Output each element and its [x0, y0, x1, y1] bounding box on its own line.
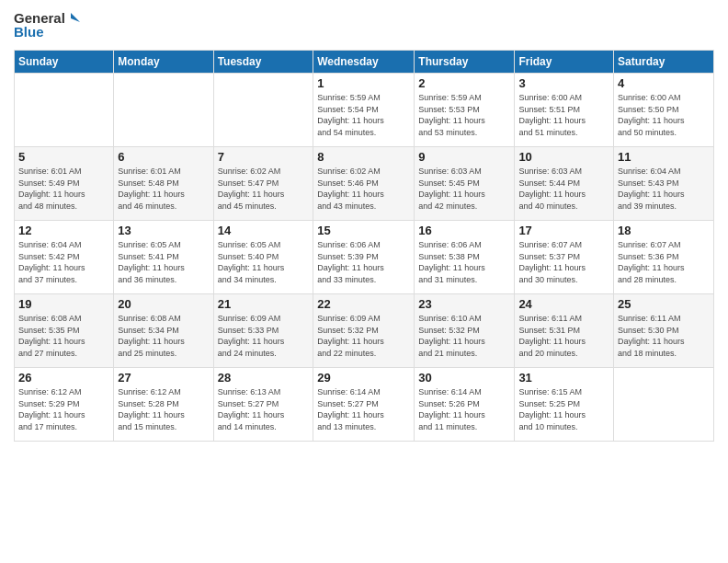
day-info: Sunrise: 6:04 AM Sunset: 5:42 PM Dayligh…	[18, 239, 109, 285]
weekday-header-thursday: Thursday	[415, 51, 515, 74]
day-number: 20	[118, 297, 209, 311]
calendar-cell: 17Sunrise: 6:07 AM Sunset: 5:37 PM Dayli…	[515, 221, 614, 294]
day-info: Sunrise: 6:15 AM Sunset: 5:25 PM Dayligh…	[518, 386, 609, 432]
day-info: Sunrise: 6:05 AM Sunset: 5:40 PM Dayligh…	[218, 239, 310, 285]
day-info: Sunrise: 6:07 AM Sunset: 5:37 PM Dayligh…	[518, 239, 609, 285]
day-info: Sunrise: 6:14 AM Sunset: 5:27 PM Dayligh…	[317, 386, 410, 432]
calendar: SundayMondayTuesdayWednesdayThursdayFrid…	[14, 50, 714, 442]
calendar-cell: 22Sunrise: 6:09 AM Sunset: 5:32 PM Dayli…	[313, 294, 415, 368]
day-number: 10	[518, 150, 609, 164]
day-info: Sunrise: 6:12 AM Sunset: 5:28 PM Dayligh…	[118, 386, 209, 432]
calendar-cell: 7Sunrise: 6:02 AM Sunset: 5:47 PM Daylig…	[213, 147, 313, 221]
day-info: Sunrise: 6:02 AM Sunset: 5:46 PM Dayligh…	[317, 166, 410, 212]
calendar-cell: 13Sunrise: 6:05 AM Sunset: 5:41 PM Dayli…	[114, 221, 213, 294]
calendar-cell: 29Sunrise: 6:14 AM Sunset: 5:27 PM Dayli…	[313, 368, 415, 442]
day-number: 12	[18, 224, 109, 237]
calendar-cell: 10Sunrise: 6:03 AM Sunset: 5:44 PM Dayli…	[515, 147, 614, 221]
day-info: Sunrise: 5:59 AM Sunset: 5:53 PM Dayligh…	[418, 92, 510, 138]
calendar-cell	[614, 368, 714, 442]
logo: GeneralBlue	[14, 9, 87, 42]
day-number: 15	[317, 224, 410, 237]
calendar-cell	[213, 74, 313, 147]
calendar-cell: 27Sunrise: 6:12 AM Sunset: 5:28 PM Dayli…	[114, 368, 213, 442]
day-number: 13	[118, 224, 209, 237]
calendar-cell: 31Sunrise: 6:15 AM Sunset: 5:25 PM Dayli…	[515, 368, 614, 442]
day-number: 17	[518, 224, 609, 237]
calendar-cell: 18Sunrise: 6:07 AM Sunset: 5:36 PM Dayli…	[614, 221, 714, 294]
calendar-cell: 8Sunrise: 6:02 AM Sunset: 5:46 PM Daylig…	[313, 147, 415, 221]
day-number: 4	[618, 76, 710, 90]
calendar-cell: 5Sunrise: 6:01 AM Sunset: 5:49 PM Daylig…	[15, 147, 114, 221]
weekday-header-friday: Friday	[515, 51, 614, 74]
day-number: 28	[218, 371, 310, 385]
day-info: Sunrise: 6:14 AM Sunset: 5:26 PM Dayligh…	[418, 386, 510, 432]
calendar-cell: 16Sunrise: 6:06 AM Sunset: 5:38 PM Dayli…	[415, 221, 515, 294]
week-row-3: 12Sunrise: 6:04 AM Sunset: 5:42 PM Dayli…	[15, 221, 714, 294]
day-info: Sunrise: 6:01 AM Sunset: 5:48 PM Dayligh…	[118, 166, 209, 212]
day-info: Sunrise: 6:05 AM Sunset: 5:41 PM Dayligh…	[118, 239, 209, 285]
day-number: 30	[418, 371, 510, 385]
page: GeneralBlue SundayMondayTuesdayWednesday…	[0, 0, 728, 563]
day-info: Sunrise: 6:02 AM Sunset: 5:47 PM Dayligh…	[218, 166, 310, 212]
week-row-2: 5Sunrise: 6:01 AM Sunset: 5:49 PM Daylig…	[15, 147, 714, 221]
day-info: Sunrise: 6:13 AM Sunset: 5:27 PM Dayligh…	[218, 386, 310, 432]
calendar-cell: 20Sunrise: 6:08 AM Sunset: 5:34 PM Dayli…	[114, 294, 213, 368]
day-number: 6	[118, 150, 209, 164]
calendar-cell: 14Sunrise: 6:05 AM Sunset: 5:40 PM Dayli…	[213, 221, 313, 294]
day-info: Sunrise: 6:12 AM Sunset: 5:29 PM Dayligh…	[18, 386, 109, 432]
calendar-cell: 9Sunrise: 6:03 AM Sunset: 5:45 PM Daylig…	[415, 147, 515, 221]
day-info: Sunrise: 6:08 AM Sunset: 5:35 PM Dayligh…	[18, 313, 109, 359]
day-number: 27	[118, 371, 209, 385]
weekday-header-monday: Monday	[114, 51, 213, 74]
day-number: 11	[618, 150, 710, 164]
calendar-cell: 2Sunrise: 5:59 AM Sunset: 5:53 PM Daylig…	[415, 74, 515, 147]
day-info: Sunrise: 6:11 AM Sunset: 5:31 PM Dayligh…	[518, 313, 609, 359]
calendar-cell: 28Sunrise: 6:13 AM Sunset: 5:27 PM Dayli…	[213, 368, 313, 442]
calendar-cell	[114, 74, 213, 147]
day-number: 5	[18, 150, 109, 164]
day-number: 18	[618, 224, 710, 237]
day-number: 19	[18, 297, 109, 311]
day-number: 23	[418, 297, 510, 311]
weekday-header-sunday: Sunday	[15, 51, 114, 74]
calendar-cell: 15Sunrise: 6:06 AM Sunset: 5:39 PM Dayli…	[313, 221, 415, 294]
day-info: Sunrise: 6:09 AM Sunset: 5:33 PM Dayligh…	[218, 313, 310, 359]
calendar-cell: 19Sunrise: 6:08 AM Sunset: 5:35 PM Dayli…	[15, 294, 114, 368]
calendar-cell: 24Sunrise: 6:11 AM Sunset: 5:31 PM Dayli…	[515, 294, 614, 368]
day-info: Sunrise: 6:00 AM Sunset: 5:50 PM Dayligh…	[618, 92, 710, 138]
day-number: 22	[317, 297, 410, 311]
day-info: Sunrise: 6:06 AM Sunset: 5:38 PM Dayligh…	[418, 239, 510, 285]
day-info: Sunrise: 6:07 AM Sunset: 5:36 PM Dayligh…	[618, 239, 710, 285]
calendar-cell: 26Sunrise: 6:12 AM Sunset: 5:29 PM Dayli…	[15, 368, 114, 442]
weekday-header-row: SundayMondayTuesdayWednesdayThursdayFrid…	[15, 51, 714, 74]
day-number: 25	[618, 297, 710, 311]
day-number: 1	[317, 76, 410, 90]
day-number: 24	[518, 297, 609, 311]
calendar-cell: 6Sunrise: 6:01 AM Sunset: 5:48 PM Daylig…	[114, 147, 213, 221]
day-number: 31	[518, 371, 609, 385]
week-row-5: 26Sunrise: 6:12 AM Sunset: 5:29 PM Dayli…	[15, 368, 714, 442]
week-row-1: 1Sunrise: 5:59 AM Sunset: 5:54 PM Daylig…	[15, 74, 714, 147]
day-number: 14	[218, 224, 310, 237]
calendar-cell: 3Sunrise: 6:00 AM Sunset: 5:51 PM Daylig…	[515, 74, 614, 147]
week-row-4: 19Sunrise: 6:08 AM Sunset: 5:35 PM Dayli…	[15, 294, 714, 368]
day-info: Sunrise: 6:03 AM Sunset: 5:44 PM Dayligh…	[518, 166, 609, 212]
day-number: 7	[218, 150, 310, 164]
day-number: 29	[317, 371, 410, 385]
day-info: Sunrise: 6:06 AM Sunset: 5:39 PM Dayligh…	[317, 239, 410, 285]
svg-marker-2	[71, 13, 80, 22]
calendar-cell: 4Sunrise: 6:00 AM Sunset: 5:50 PM Daylig…	[614, 74, 714, 147]
day-number: 26	[18, 371, 109, 385]
calendar-cell	[15, 74, 114, 147]
day-number: 16	[418, 224, 510, 237]
logo-icon: GeneralBlue	[14, 9, 87, 42]
calendar-cell: 11Sunrise: 6:04 AM Sunset: 5:43 PM Dayli…	[614, 147, 714, 221]
calendar-cell: 1Sunrise: 5:59 AM Sunset: 5:54 PM Daylig…	[313, 74, 415, 147]
calendar-cell: 21Sunrise: 6:09 AM Sunset: 5:33 PM Dayli…	[213, 294, 313, 368]
day-number: 2	[418, 76, 510, 90]
day-info: Sunrise: 6:04 AM Sunset: 5:43 PM Dayligh…	[618, 166, 710, 212]
calendar-cell: 30Sunrise: 6:14 AM Sunset: 5:26 PM Dayli…	[415, 368, 515, 442]
day-number: 8	[317, 150, 410, 164]
calendar-cell: 25Sunrise: 6:11 AM Sunset: 5:30 PM Dayli…	[614, 294, 714, 368]
day-number: 3	[518, 76, 609, 90]
